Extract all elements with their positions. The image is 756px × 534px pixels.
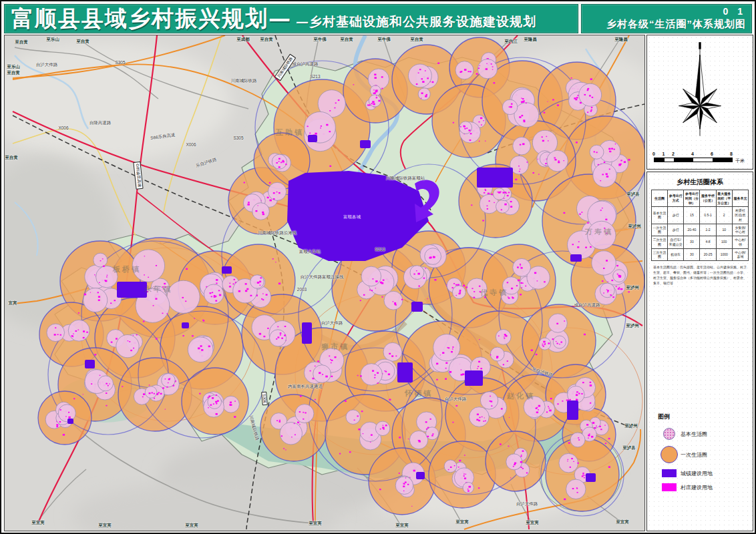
- sheet-title-bar: 0 1 乡村各级“生活圈”体系规划图: [581, 4, 752, 33]
- village-land-dot: [509, 417, 510, 418]
- village-land-dot: [570, 399, 571, 400]
- village-land-dot: [510, 106, 512, 108]
- village-land-dot: [550, 398, 552, 399]
- village-land-dot: [445, 368, 447, 369]
- village-land-dot: [315, 399, 316, 400]
- village-land-dot: [102, 258, 104, 259]
- village-land-dot: [182, 297, 184, 298]
- village-land-dot: [234, 416, 236, 418]
- village-land-dot: [449, 371, 451, 373]
- village-land-dot: [106, 392, 107, 394]
- village-land-dot: [425, 421, 427, 423]
- village-land-dot: [375, 280, 377, 282]
- village-land-dot: [520, 144, 522, 146]
- village-land-dot: [463, 473, 465, 474]
- village-land-dot: [522, 468, 524, 469]
- village-land-dot: [234, 400, 236, 401]
- village-land-dot: [452, 348, 453, 349]
- village-land-dot: [278, 161, 280, 162]
- village-land-dot: [518, 280, 520, 282]
- table-cell: 中心村/镇: [732, 236, 748, 249]
- village-land-dot: [548, 408, 550, 409]
- village-land-dot: [578, 241, 580, 242]
- village-land-dot: [273, 192, 275, 194]
- table-row: 二次生活圈自行车/常规公交304-8100中心村/镇: [652, 236, 749, 249]
- village-land-dot: [60, 334, 61, 336]
- basic-living-circle: [566, 479, 586, 499]
- village-land-dot: [399, 473, 400, 474]
- village-land-dot: [476, 419, 478, 421]
- village-land-dot: [73, 336, 73, 337]
- village-land-dot: [339, 453, 341, 455]
- basic-living-circle: [280, 423, 302, 445]
- village-land-dot: [459, 460, 461, 462]
- village-land-dot: [464, 477, 466, 479]
- village-land-dot: [198, 347, 200, 349]
- village-land-dot: [548, 342, 550, 344]
- village-land-dot: [155, 298, 157, 299]
- village-land-dot: [273, 198, 275, 200]
- village-land-dot: [285, 334, 286, 335]
- village-land-dot: [55, 327, 56, 328]
- village-land-dot: [452, 422, 453, 423]
- village-land-dot: [382, 427, 384, 429]
- village-land-dot: [557, 104, 559, 105]
- village-land-dot: [617, 274, 618, 275]
- village-land-dot: [408, 439, 409, 439]
- village-land-dot: [116, 338, 118, 339]
- village-land-dot: [519, 116, 521, 118]
- village-land-dot: [577, 246, 579, 248]
- village-land-dot: [571, 458, 573, 459]
- table-cell: 步行: [668, 224, 684, 236]
- village-land-dot: [106, 405, 107, 407]
- village-land-dot: [503, 192, 505, 193]
- village-land-dot: [485, 189, 486, 190]
- village-land-dot: [335, 356, 337, 358]
- village-land-dot: [521, 287, 522, 288]
- basic-living-circle: [496, 200, 510, 213]
- village-land-dot: [218, 290, 220, 291]
- village-land-dot: [423, 278, 425, 279]
- village-land-dot: [203, 320, 204, 322]
- village-land-dot: [384, 370, 385, 371]
- basic-living-circle: [506, 454, 522, 470]
- village-land-dot: [445, 362, 447, 364]
- village-land-dot: [257, 282, 259, 284]
- village-land-dot: [504, 336, 505, 337]
- basic-living-circle: [83, 288, 108, 312]
- basic-living-circle: [250, 275, 264, 288]
- basic-living-circle: [47, 324, 65, 342]
- village-land-dot: [478, 420, 480, 421]
- village-land-dot: [520, 282, 522, 284]
- village-land-dot: [106, 276, 108, 277]
- village-land-dot: [477, 368, 478, 369]
- legend-title: 图例: [658, 413, 745, 421]
- village-land-dot: [520, 169, 521, 170]
- village-land-dot: [602, 208, 603, 208]
- village-land-dot: [560, 342, 562, 343]
- village-land-dot: [143, 394, 144, 394]
- village-land-dot: [484, 296, 486, 298]
- village-land-dot: [608, 438, 610, 439]
- village-land-dot: [606, 260, 608, 261]
- village-land-dot: [373, 93, 375, 94]
- village-land-dot: [219, 294, 221, 296]
- village-land-dot: [536, 354, 538, 355]
- village-land-dot: [471, 204, 472, 206]
- village-land-dot: [508, 297, 510, 298]
- village-land-dot: [618, 288, 620, 289]
- village-land-dot: [481, 124, 482, 125]
- village-land-dot: [483, 421, 484, 422]
- map-panel[interactable]: 至自贡至乐山至自贡至成都至自贡至牛佛至自贡至牛佛至自贡至内江至隆昌至隆昌至乐山至…: [4, 35, 645, 531]
- village-land-dot: [280, 334, 281, 336]
- village-land-dot: [605, 219, 607, 220]
- basic-living-circle: [116, 334, 139, 357]
- village-land-dot: [590, 403, 591, 404]
- table-cell: 15: [684, 207, 700, 224]
- village-land-dot: [611, 280, 613, 281]
- village-land-dot: [358, 429, 360, 430]
- village-land-dot: [445, 378, 447, 380]
- village-land-dot: [73, 333, 74, 334]
- village-land-dot: [215, 401, 217, 403]
- village-land-dot: [383, 429, 385, 430]
